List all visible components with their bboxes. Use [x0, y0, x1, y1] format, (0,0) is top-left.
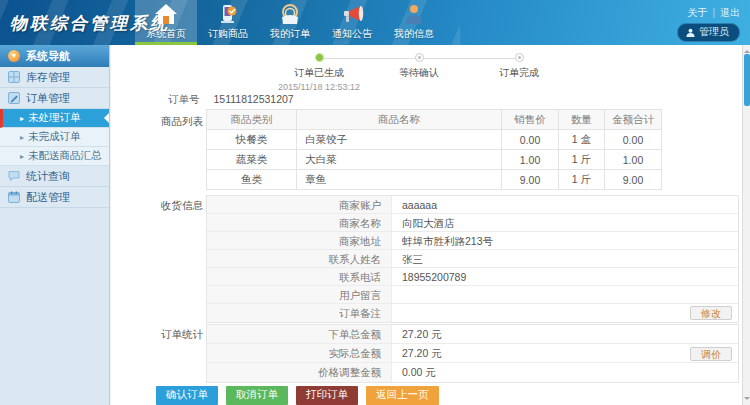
sub-arrow-icon: ▸	[20, 114, 24, 123]
col-category: 商品类别	[207, 110, 297, 130]
step-timestamp: 2015/11/18 12:53:12	[269, 82, 369, 92]
nav-item-my-info[interactable]: 我的信息	[383, 0, 445, 45]
cell-name: 白菜饺子	[297, 130, 502, 150]
cell-price: 0.00	[502, 130, 559, 150]
nav-item-home[interactable]: 系统首页	[135, 0, 197, 45]
stats-row-actual-total: 实际总金额 27.20 元 调价	[207, 344, 738, 363]
row-label: 用户留言	[207, 286, 392, 303]
sidebar-subitem-label: 未处理订单	[28, 111, 81, 125]
sidebar-subitem-label: 未完成订单	[28, 130, 81, 144]
row-label: 联系人姓名	[207, 250, 392, 267]
step-order-created: 订单已生成 2015/11/18 12:53:12	[269, 53, 369, 92]
main-content: 订单已生成 2015/11/18 12:53:12 等待确认 订单完成 订单号1…	[111, 45, 742, 405]
nav-item-notices[interactable]: 通知公告	[321, 0, 383, 45]
row-value	[392, 286, 738, 303]
link-divider: |	[712, 7, 715, 18]
sidebar-item-delivery[interactable]: 配送管理	[0, 187, 109, 208]
vertical-scrollbar[interactable]	[742, 45, 750, 405]
row-label: 商家名称	[207, 214, 392, 231]
app-header: 物联综合管理系统 系统首页 订购商品 我的	[0, 0, 750, 45]
products-section-label: 商品列表	[161, 115, 203, 129]
sidebar-item-unfinished-orders[interactable]: ▸ 未完成订单	[0, 128, 109, 147]
sidebar-title: ▾ 系统导航	[0, 45, 109, 67]
profile-icon	[402, 3, 426, 25]
user-icon	[686, 28, 695, 37]
sidebar-item-inventory[interactable]: 库存管理	[0, 67, 109, 88]
products-table: 商品类别 商品名称 销售价 数量 金额合计 快餐类 白菜饺子 0.00 1 盒 …	[206, 109, 662, 190]
step-label: 等待确认	[369, 66, 469, 80]
step-order-complete: 订单完成	[469, 53, 569, 80]
nav-item-order-goods[interactable]: 订购商品	[197, 0, 259, 45]
sidebar-item-unprocessed-orders[interactable]: ▸ 未处理订单	[0, 109, 109, 128]
sidebar-item-label: 订单管理	[26, 91, 70, 106]
calendar-icon	[8, 191, 20, 203]
cell-category: 鱼类	[207, 170, 297, 190]
print-order-button[interactable]: 打印订单	[296, 386, 358, 405]
row-value: 18955200789	[392, 268, 738, 285]
step-dot-pending	[515, 53, 524, 62]
cell-category: 快餐类	[207, 130, 297, 150]
order-number-row: 订单号15111812531207	[168, 93, 294, 107]
nav-label: 通知公告	[332, 27, 372, 41]
cell-name: 大白菜	[297, 150, 502, 170]
row-label: 联系电话	[207, 268, 392, 285]
table-row: 快餐类 白菜饺子 0.00 1 盒 0.00	[207, 130, 662, 150]
about-link[interactable]: 关于	[687, 7, 707, 18]
sidebar-item-orders[interactable]: 订单管理	[0, 88, 109, 109]
grid-icon	[8, 71, 20, 83]
table-row: 蔬菜类 大白菜 1.00 1 斤 1.00	[207, 150, 662, 170]
user-badge[interactable]: 管理员	[677, 23, 740, 42]
row-label: 实际总金额	[207, 344, 392, 362]
home-icon	[154, 3, 178, 25]
row-label: 商家账户	[207, 196, 392, 213]
sub-arrow-icon: ▸	[20, 133, 24, 142]
cell-qty: 1 斤	[559, 170, 605, 190]
sidebar-item-statistics[interactable]: 统计查询	[0, 166, 109, 187]
step-label: 订单完成	[469, 66, 569, 80]
cell-total: 0.00	[605, 130, 662, 150]
row-value	[392, 304, 738, 322]
info-row-user-message: 用户留言	[207, 286, 738, 304]
receiver-info-box: 商家账户 aaaaaa 商家名称 向阳大酒店 商家地址 蚌埠市胜利路213号 联…	[206, 195, 739, 323]
stats-row-order-total: 下单总金额 27.20 元	[207, 325, 738, 344]
cancel-order-button[interactable]: 取消订单	[226, 386, 288, 405]
col-name: 商品名称	[297, 110, 502, 130]
top-nav: 系统首页 订购商品 我的订单	[135, 0, 445, 45]
row-label: 价格调整金额	[207, 363, 392, 382]
col-price: 销售价	[502, 110, 559, 130]
nav-item-my-orders[interactable]: 我的订单	[259, 0, 321, 45]
action-button-bar: 确认订单 取消订单 打印订单 返回上一页	[156, 386, 439, 405]
cart-icon	[216, 3, 240, 25]
info-row-contact-name: 联系人姓名 张三	[207, 250, 738, 268]
cell-qty: 1 斤	[559, 150, 605, 170]
row-value: 向阳大酒店	[392, 214, 738, 231]
sidebar-item-label: 库存管理	[26, 70, 70, 85]
logout-link[interactable]: 退出	[720, 7, 740, 18]
sidebar-item-undelivered-summary[interactable]: ▸ 未配送商品汇总	[0, 147, 109, 166]
modify-remark-button[interactable]: 修改	[690, 306, 732, 320]
back-button[interactable]: 返回上一页	[366, 386, 439, 405]
nav-label: 我的订单	[270, 27, 310, 41]
row-value: 张三	[392, 250, 738, 267]
info-row-merchant-name: 商家名称 向阳大酒店	[207, 214, 738, 232]
cell-total: 9.00	[605, 170, 662, 190]
cell-total: 1.00	[605, 150, 662, 170]
row-label: 商家地址	[207, 232, 392, 249]
cell-qty: 1 盒	[559, 130, 605, 150]
table-row: 鱼类 章鱼 9.00 1 斤 9.00	[207, 170, 662, 190]
scroll-up-arrow[interactable]	[744, 47, 750, 53]
order-number-label: 订单号	[168, 93, 200, 105]
scrollbar-thumb[interactable]	[744, 54, 750, 106]
row-value: 27.20 元	[392, 325, 738, 343]
order-progress-steps: 订单已生成 2015/11/18 12:53:12 等待确认 订单完成	[269, 53, 579, 99]
megaphone-icon	[340, 3, 364, 25]
step-awaiting-confirm: 等待确认	[369, 53, 469, 80]
confirm-order-button[interactable]: 确认订单	[156, 386, 218, 405]
row-value: 27.20 元	[392, 344, 738, 362]
info-row-order-remark: 订单备注 修改	[207, 304, 738, 322]
user-name: 管理员	[699, 25, 729, 39]
nav-label: 我的信息	[394, 27, 434, 41]
nav-orb-icon: ▾	[8, 50, 20, 62]
adjust-price-button[interactable]: 调价	[690, 347, 732, 361]
scroll-down-arrow[interactable]	[744, 397, 750, 403]
